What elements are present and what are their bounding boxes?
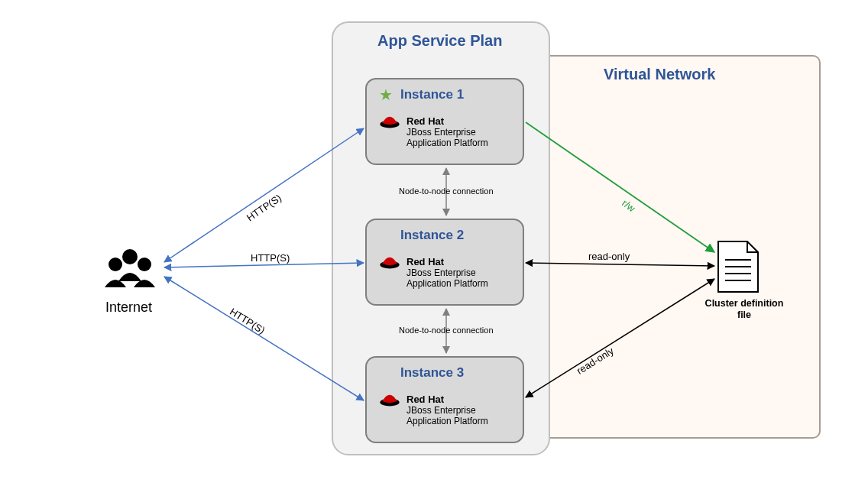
instance-title: Instance 2	[400, 228, 464, 243]
users-icon	[105, 249, 155, 287]
redhat-icon	[379, 391, 400, 408]
svg-point-1	[108, 258, 122, 271]
edge-label-node-1-2: Node-to-node connection	[399, 186, 494, 196]
instance-brand: Red Hat	[406, 116, 444, 126]
instance-1-box: ★ Instance 1 Red Hat JBoss Enterprise Ap…	[365, 78, 524, 165]
cluster-file-label: Cluster definition file	[698, 298, 790, 321]
internet-label: Internet	[105, 300, 152, 316]
redhat-icon	[379, 254, 400, 271]
diagram-canvas: ★ Instance 1 Red Hat JBoss Enterprise Ap…	[0, 0, 868, 486]
edge-internet-inst3	[164, 277, 364, 400]
edge-label-node-2-3: Node-to-node connection	[399, 326, 494, 335]
instance-brand: Red Hat	[406, 394, 444, 404]
file-icon	[718, 241, 758, 292]
edge-inst2-file	[526, 263, 714, 266]
edge-internet-inst1	[164, 128, 364, 262]
star-icon: ★	[379, 86, 393, 104]
instance-title: Instance 3	[400, 365, 464, 381]
instance-product: JBoss Enterprise Application Platform	[406, 406, 488, 427]
app-service-plan-title: App Service Plan	[377, 32, 502, 50]
redhat-icon	[379, 113, 400, 130]
instance-brand: Red Hat	[406, 257, 444, 267]
instance-3-box: Instance 3 Red Hat JBoss Enterprise Appl…	[365, 356, 524, 443]
svg-point-0	[122, 249, 138, 264]
instance-product: JBoss Enterprise Application Platform	[406, 268, 488, 290]
svg-point-2	[138, 258, 151, 271]
edge-inst3-file	[526, 279, 714, 397]
instance-title: Instance 1	[400, 87, 464, 102]
virtual-network-title: Virtual Network	[604, 66, 715, 83]
edge-inst1-file	[526, 122, 714, 252]
instance-2-box: Instance 2 Red Hat JBoss Enterprise Appl…	[365, 219, 524, 306]
edge-label-readonly-2: read-only	[588, 251, 630, 262]
edge-label-http-2: HTTP(S)	[251, 252, 290, 264]
instance-product: JBoss Enterprise Application Platform	[406, 128, 488, 149]
